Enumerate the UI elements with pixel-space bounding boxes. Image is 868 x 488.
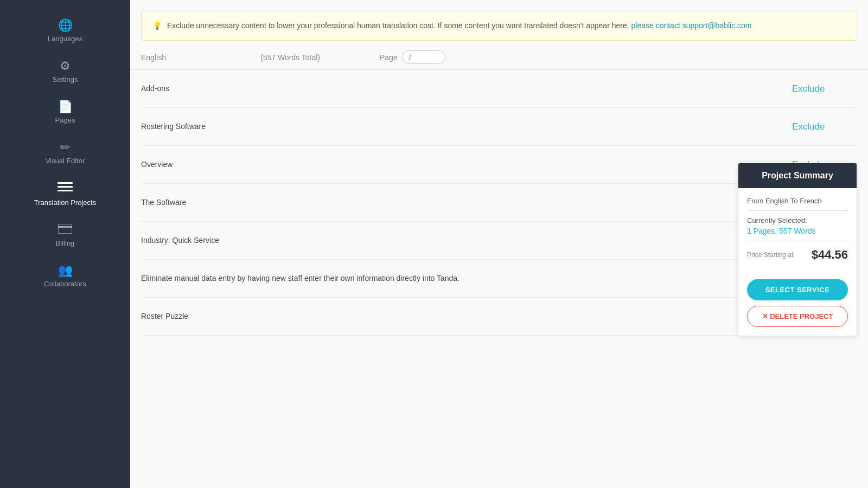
currently-selected-value: 1 Pages, 557 Words bbox=[747, 227, 848, 235]
sidebar-item-languages[interactable]: 🌐 Languages bbox=[0, 11, 130, 52]
notice-banner: 💡 Exclude unnecessary content to lower y… bbox=[141, 11, 857, 41]
settings-icon: ⚙ bbox=[60, 60, 71, 72]
sidebar-item-label: Languages bbox=[48, 35, 82, 43]
row-label: The Software bbox=[141, 197, 792, 208]
exclude-button[interactable]: Exclude bbox=[792, 121, 825, 132]
row-label: Rostering Software bbox=[141, 121, 792, 132]
row-label: Industry: Quick Service bbox=[141, 235, 792, 246]
delete-project-button[interactable]: ✕ DELETE PROJECT bbox=[747, 306, 848, 327]
panel-header: Project Summary bbox=[738, 163, 857, 188]
sidebar-item-collaborators[interactable]: 👥 Collaborators bbox=[0, 256, 130, 297]
price-value: $44.56 bbox=[812, 248, 848, 262]
pages-icon: 📄 bbox=[58, 101, 73, 113]
table-header: English (557 Words Total) Page bbox=[130, 41, 868, 70]
panel-title: Project Summary bbox=[762, 171, 833, 180]
words-header: (557 Words Total) bbox=[260, 53, 369, 62]
table-row: Rostering Software Exclude bbox=[141, 108, 857, 146]
notice-link[interactable]: please contact support@bablic.com bbox=[631, 21, 752, 30]
sidebar-item-billing[interactable]: Billing bbox=[0, 215, 130, 256]
panel-body: From English To French Currently Selecte… bbox=[738, 188, 857, 271]
notice-text: Exclude unnecessary content to lower you… bbox=[167, 21, 629, 30]
svg-rect-3 bbox=[58, 224, 72, 234]
languages-icon: 🌐 bbox=[58, 20, 73, 31]
sidebar-item-label: Collaborators bbox=[44, 280, 86, 288]
select-service-button[interactable]: SELECT SERVICE bbox=[747, 279, 848, 300]
exclude-action: Exclude bbox=[792, 121, 857, 132]
svg-rect-2 bbox=[58, 190, 73, 191]
sidebar-item-pages[interactable]: 📄 Pages bbox=[0, 92, 130, 133]
sidebar-item-label: Translation Projects bbox=[34, 198, 96, 207]
sidebar-item-label: Visual Editor bbox=[46, 157, 85, 165]
price-label: Price Starting at bbox=[747, 251, 793, 259]
panel-divider-2 bbox=[747, 241, 848, 241]
price-row: Price Starting at $44.56 bbox=[747, 248, 848, 262]
translation-projects-icon bbox=[58, 182, 73, 195]
row-label: Add-ons bbox=[141, 83, 792, 94]
notice-icon: 💡 bbox=[152, 21, 162, 30]
panel-divider bbox=[747, 210, 848, 211]
page-label: Page bbox=[380, 53, 398, 62]
sidebar-item-translation-projects[interactable]: Translation Projects bbox=[0, 174, 130, 215]
sidebar-item-label: Pages bbox=[55, 116, 75, 124]
collaborators-icon: 👥 bbox=[58, 265, 73, 277]
language-header: English bbox=[141, 53, 250, 62]
page-header: Page bbox=[380, 50, 857, 64]
from-to-text: From English To French bbox=[747, 197, 822, 205]
sidebar-item-label: Settings bbox=[53, 75, 78, 84]
svg-rect-4 bbox=[58, 226, 72, 228]
panel-actions: SELECT SERVICE ✕ DELETE PROJECT bbox=[738, 279, 857, 336]
sidebar-item-settings[interactable]: ⚙ Settings bbox=[0, 52, 130, 92]
billing-icon bbox=[58, 224, 72, 236]
row-label: Roster Puzzle bbox=[141, 311, 792, 322]
page-input[interactable] bbox=[402, 50, 445, 64]
currently-selected-row: Currently Selected: 1 Pages, 557 Words bbox=[747, 216, 848, 235]
sidebar: 🌐 Languages ⚙ Settings 📄 Pages ✏ Visual … bbox=[0, 0, 130, 488]
table-row: Add-ons Exclude bbox=[141, 70, 857, 108]
sidebar-item-visual-editor[interactable]: ✏ Visual Editor bbox=[0, 133, 130, 174]
project-summary-panel: Project Summary From English To French C… bbox=[738, 163, 857, 336]
row-label: Overview bbox=[141, 159, 792, 170]
svg-rect-1 bbox=[58, 186, 73, 188]
svg-rect-0 bbox=[58, 182, 73, 184]
visual-editor-icon: ✏ bbox=[60, 142, 70, 153]
row-label: Eliminate manual data entry by having ne… bbox=[141, 273, 792, 284]
exclude-action: Exclude bbox=[792, 84, 857, 94]
from-to-row: From English To French bbox=[747, 197, 848, 205]
sidebar-item-label: Billing bbox=[56, 239, 75, 247]
currently-selected-label: Currently Selected: bbox=[747, 216, 848, 224]
exclude-button[interactable]: Exclude bbox=[792, 84, 825, 94]
